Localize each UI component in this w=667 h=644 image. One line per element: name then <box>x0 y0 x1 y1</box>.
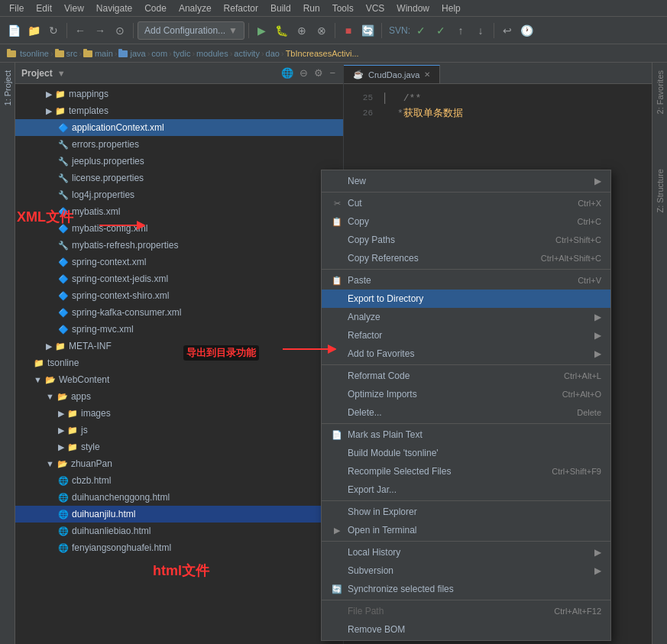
tree-item-style[interactable]: ▶ 📁 style <box>15 439 343 455</box>
ctx-analyze[interactable]: Analyze ▶ <box>322 308 610 326</box>
toolbar-stop[interactable]: ■ <box>339 21 358 40</box>
ctx-add-favorites[interactable]: Add to Favorites ▶ <box>322 345 610 363</box>
ctx-cut[interactable]: ✂ Cut Ctrl+X <box>322 194 610 212</box>
tree-item-mybatis-refresh[interactable]: 🔧 mybatis-refresh.properties <box>15 237 343 254</box>
toolbar-svn-check[interactable]: ✓ <box>412 21 430 40</box>
tree-item-spring-kafka[interactable]: 🔷 spring-kafka-consumer.xml <box>15 304 343 321</box>
structure-tab[interactable]: Z: Structure <box>654 164 666 217</box>
ctx-synchronize[interactable]: 🔄 Synchronize selected files <box>322 580 610 598</box>
tree-item-mybatis[interactable]: 🔷 mybatis.xml <box>15 203 343 220</box>
breadcrumb-tsonline[interactable]: tsonline <box>20 49 49 58</box>
toolbar-new-file[interactable]: 📄 <box>5 21 23 40</box>
menu-analyze[interactable]: Analyze <box>173 2 218 15</box>
tree-item-spring-shiro[interactable]: 🔷 spring-context-shiro.xml <box>15 287 343 304</box>
breadcrumb-src[interactable]: src <box>55 49 78 58</box>
menu-view[interactable]: View <box>58 2 90 15</box>
ctx-refactor[interactable]: Refactor ▶ <box>322 326 610 345</box>
toolbar-svn-check2[interactable]: ✓ <box>432 21 450 40</box>
toolbar-svn-pull[interactable]: ↓ <box>471 21 490 40</box>
tree-item-zhuanpan[interactable]: ▼ 📂 zhuanPan <box>15 455 343 472</box>
tree-item-license[interactable]: 🔧 license.properties <box>15 170 343 186</box>
ctx-copy[interactable]: 📋 Copy Ctrl+C <box>322 212 610 231</box>
project-dropdown-arrow[interactable]: ▼ <box>57 69 66 78</box>
menu-window[interactable]: Window <box>390 2 435 15</box>
menu-code[interactable]: Code <box>138 2 173 15</box>
tree-item-tsonline[interactable]: 📁 tsonline <box>15 354 343 371</box>
menu-file[interactable]: File <box>3 2 30 15</box>
panel-minimize-btn[interactable]: − <box>328 66 337 80</box>
ctx-paste[interactable]: 📋 Paste Ctrl+V <box>322 271 610 290</box>
ctx-remove-bom[interactable]: Remove BOM <box>322 620 610 639</box>
tree-item-spring-mvc[interactable]: 🔷 spring-mvc.xml <box>15 321 343 338</box>
ctx-copy-references[interactable]: Copy References Ctrl+Alt+Shift+C <box>322 249 610 267</box>
ctx-new[interactable]: New ▶ <box>322 172 610 190</box>
toolbar-history[interactable]: 🕐 <box>518 21 536 40</box>
toolbar-forward[interactable]: → <box>91 21 109 40</box>
add-configuration-button[interactable]: Add Configuration... ▼ <box>138 21 244 40</box>
ctx-reformat[interactable]: Reformat Code Ctrl+Alt+L <box>322 367 610 385</box>
panel-collapse-btn[interactable]: ⊖ <box>298 66 309 80</box>
tree-item-duihuanchenggong[interactable]: 🌐 duihuanchenggong.html <box>15 489 343 506</box>
toolbar-undo[interactable]: ↩ <box>498 21 516 40</box>
menu-run[interactable]: Run <box>297 2 326 15</box>
ctx-build-module[interactable]: Build Module 'tsonline' <box>322 444 610 462</box>
toolbar-coverage[interactable]: ⊗ <box>312 21 331 40</box>
menu-tools[interactable]: Tools <box>326 2 360 15</box>
toolbar-bookmark[interactable]: ⊙ <box>111 21 129 40</box>
toolbar-run[interactable]: ▶ <box>253 21 271 40</box>
panel-gear-btn[interactable]: ⚙ <box>312 66 325 80</box>
toolbar-debug[interactable]: 🐛 <box>273 21 291 40</box>
tab-cruddao[interactable]: ☕ CrudDao.java ✕ <box>344 65 440 83</box>
tree-item-errors-properties[interactable]: 🔧 errors.properties <box>15 136 343 153</box>
breadcrumb-com[interactable]: com <box>151 49 167 58</box>
menu-refactor[interactable]: Refactor <box>218 2 264 15</box>
menu-edit[interactable]: Edit <box>30 2 58 15</box>
breadcrumb-modules[interactable]: modules <box>196 49 228 58</box>
toolbar-back[interactable]: ← <box>71 21 89 40</box>
ctx-delete[interactable]: Delete... Delete <box>322 403 610 422</box>
tree-item-mybatis-config[interactable]: 🔷 mybatis-config.xml <box>15 220 343 237</box>
ctx-recompile[interactable]: Recompile Selected Files Ctrl+Shift+F9 <box>322 462 610 481</box>
menu-build[interactable]: Build <box>264 2 297 15</box>
breadcrumb-java[interactable]: java <box>118 49 145 58</box>
ctx-optimize-imports[interactable]: Optimize Imports Ctrl+Alt+O <box>322 385 610 403</box>
project-dropdown[interactable]: Project <box>21 68 53 79</box>
breadcrumb-main[interactable]: main <box>83 49 113 58</box>
breadcrumb-activity[interactable]: activity <box>234 49 260 58</box>
tree-item-duihuanliebiao[interactable]: 🌐 duihuanliebiao.html <box>15 523 343 539</box>
tree-item-mappings[interactable]: ▶ 📁 mappings <box>15 86 343 102</box>
ctx-subversion[interactable]: Subversion ▶ <box>322 561 610 580</box>
ctx-export-jar[interactable]: Export Jar... <box>322 481 610 499</box>
tree-item-log4j[interactable]: 🔧 log4j.properties <box>15 186 343 203</box>
tab-close-btn[interactable]: ✕ <box>424 70 430 79</box>
tree-item-webcontent[interactable]: ▼ 📂 WebContent <box>15 371 343 388</box>
tree-item-images[interactable]: ▶ 📁 images <box>15 405 343 422</box>
ctx-local-history[interactable]: Local History ▶ <box>322 543 610 561</box>
panel-globe-btn[interactable]: 🌐 <box>280 66 295 80</box>
menu-help[interactable]: Help <box>435 2 467 15</box>
tree-item-applicationcontext[interactable]: 🔷 applicationContext.xml <box>15 119 343 136</box>
tree-item-duihuanjilu[interactable]: 🌐 duihuanjilu.html <box>15 506 343 523</box>
breadcrumb-dao[interactable]: dao <box>266 49 280 58</box>
favorites-tab[interactable]: 2: Favorites <box>654 66 666 118</box>
project-tab[interactable]: 1: Project <box>2 66 14 110</box>
tree-item-meta-inf[interactable]: ▶ 📁 META-INF <box>15 338 343 354</box>
ctx-open-terminal[interactable]: ▶ Open in Terminal <box>322 521 610 539</box>
tree-item-spring-context[interactable]: 🔷 spring-context.xml <box>15 254 343 270</box>
ctx-copy-paths[interactable]: Copy Paths Ctrl+Shift+C <box>322 231 610 249</box>
tree-item-apps[interactable]: ▼ 📂 apps <box>15 388 343 405</box>
breadcrumb-tydic[interactable]: tydic <box>173 49 191 58</box>
tree-item-spring-jedis[interactable]: 🔷 spring-context-jedis.xml <box>15 270 343 287</box>
tree-item-templates[interactable]: ▶ 📁 templates <box>15 102 343 119</box>
menu-vcs[interactable]: VCS <box>360 2 391 15</box>
toolbar-refresh[interactable]: ↻ <box>44 21 63 40</box>
ctx-show-explorer[interactable]: Show in Explorer <box>322 503 610 521</box>
toolbar-run2[interactable]: ⊕ <box>293 21 311 40</box>
ctx-plain-text[interactable]: 📄 Mark as Plain Text <box>322 426 610 444</box>
tree-item-jeeplus[interactable]: 🔧 jeeplus.properties <box>15 153 343 170</box>
menu-navigate[interactable]: Navigate <box>90 2 138 15</box>
toolbar-open[interactable]: 📁 <box>24 21 43 40</box>
ctx-export-directory[interactable]: Export to Directory <box>322 290 610 308</box>
toolbar-restart[interactable]: 🔄 <box>359 21 377 40</box>
tree-item-cbzb[interactable]: 🌐 cbzb.html <box>15 472 343 489</box>
